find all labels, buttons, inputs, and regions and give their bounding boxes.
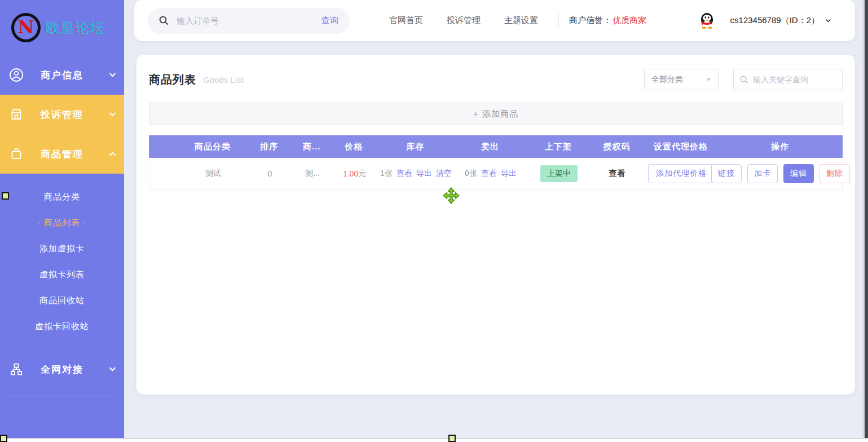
header-price: 价格	[330, 142, 378, 152]
nav-home-link[interactable]: 官网首页	[389, 15, 423, 26]
search-icon	[740, 76, 748, 84]
row-auth-code: 查看	[590, 169, 645, 179]
brand-logo-letter: N	[17, 18, 34, 36]
sidebar-item-merchant-info[interactable]: 商户信息	[0, 55, 124, 95]
delete-button[interactable]: 删除	[819, 164, 850, 183]
sidebar-item-goods-list[interactable]: - 商品列表 -	[0, 210, 124, 236]
selection-handle[interactable]	[448, 435, 456, 442]
goods-table: 商品分类 排序 商... 价格 库存 卖出 上下架 授权码 设置代理价格 操作 …	[149, 135, 843, 190]
sidebar-item-add-virtual-card[interactable]: 添加虚拟卡	[0, 236, 124, 262]
topbar-divider	[558, 14, 559, 28]
header-sort: 排序	[245, 142, 294, 152]
table-header-row: 商品分类 排序 商... 价格 库存 卖出 上下架 授权码 设置代理价格 操作	[149, 135, 843, 158]
plus-icon: +	[473, 109, 479, 118]
sold-export-link[interactable]: 导出	[501, 169, 517, 179]
header-sold: 卖出	[453, 142, 527, 152]
link-button[interactable]: 链接	[711, 164, 742, 183]
selection-handle[interactable]	[0, 435, 7, 442]
select-caret-icon: ▼	[706, 77, 711, 82]
row-agent-price: 添加代理价格	[645, 164, 718, 183]
chevron-up-icon	[109, 152, 116, 157]
sidebar-item-virtual-card-list[interactable]: 虚拟卡列表	[0, 262, 124, 288]
category-select-value: 全部分类	[651, 74, 683, 85]
sidebar-item-complaints[interactable]: 投诉管理	[0, 95, 124, 134]
account-name[interactable]: cs123456789（ID：2）	[730, 15, 819, 26]
sidebar-item-label: 投诉管理	[0, 108, 124, 121]
row-sold: 0张 查看 导出	[453, 169, 528, 179]
header-category: 商品分类	[180, 142, 245, 152]
table-row: 测试 0 测... 1.00 元 1张 查看 导出 清空 0张 查看 导出 上架…	[149, 158, 843, 190]
sidebar-item-label: 商户信息	[0, 69, 124, 82]
stock-export-link[interactable]: 导出	[416, 169, 432, 179]
header-agent-price: 设置代理价格	[644, 142, 717, 152]
panel-header: 商品列表 Goods List 全部分类 ▼	[136, 55, 855, 91]
sidebar-item-virtual-card-recycle[interactable]: 虚拟卡回收站	[0, 313, 124, 339]
row-price: 1.00 元	[331, 169, 378, 179]
header-shelf-status: 上下架	[527, 142, 589, 152]
sidebar-menu: 商户信息 投诉管理	[0, 55, 124, 396]
goods-panel: 商品列表 Goods List 全部分类 ▼ +添加商品 商品分类 排序 商..…	[136, 55, 855, 395]
panel-filters: 全部分类 ▼	[644, 69, 843, 90]
sidebar-item-goods-recycle[interactable]: 商品回收站	[0, 288, 124, 313]
row-sort: 0	[245, 169, 294, 178]
selection-handle[interactable]	[2, 192, 9, 200]
price-unit: 元	[358, 169, 366, 179]
brand-title: 欧皇论坛	[46, 19, 104, 37]
add-goods-label: 添加商品	[482, 109, 518, 118]
bottom-strip	[0, 438, 868, 442]
add-agent-price-button[interactable]: 添加代理价格	[648, 164, 715, 183]
nav-complaints-link[interactable]: 投诉管理	[447, 15, 481, 26]
add-card-button[interactable]: 加卡	[747, 164, 778, 183]
qq-penguin-icon	[699, 12, 715, 29]
sidebar-item-goods[interactable]: 商品管理	[0, 134, 124, 174]
sidebar-item-label: 商品管理	[0, 148, 124, 161]
stock-clear-link[interactable]: 清空	[436, 169, 452, 179]
reputation-label: 商户信誉：	[569, 15, 611, 26]
status-badge[interactable]: 上架中	[540, 165, 578, 182]
topbar-nav: 官网首页 投诉管理 主题设置	[389, 15, 538, 26]
sidebar-item-network-connect[interactable]: 全网对接	[0, 350, 124, 389]
nav-theme-link[interactable]: 主题设置	[504, 15, 538, 26]
reputation-badge: 优质商家	[613, 15, 646, 26]
chevron-down-icon	[109, 73, 116, 78]
sidebar-item-label: 全网对接	[0, 363, 124, 376]
scrollbar-edge[interactable]	[865, 0, 868, 442]
stock-view-link[interactable]: 查看	[396, 169, 412, 179]
sidebar: N 欧皇论坛 商户信息	[0, 0, 124, 438]
row-actions: 链接 加卡 编辑 删除	[718, 164, 843, 183]
order-search: 查询	[148, 8, 350, 34]
brand[interactable]: N 欧皇论坛	[0, 0, 124, 55]
sidebar-item-goods-category[interactable]: 商品分类	[0, 184, 124, 210]
keyword-search-input[interactable]	[753, 75, 836, 84]
page-title: 商品列表	[149, 72, 196, 87]
sold-count: 0张	[465, 169, 477, 179]
keyword-search	[733, 69, 843, 90]
header-auth-code: 授权码	[589, 142, 644, 152]
sidebar-divider	[8, 396, 116, 396]
topbar: 查询 官网首页 投诉管理 主题设置 商户信誉： 优质商家 cs123456789…	[134, 0, 855, 41]
add-goods-button[interactable]: +添加商品	[149, 103, 843, 125]
sidebar-submenu: 商品分类 - 商品列表 - 添加虚拟卡 虚拟卡列表 商品回收站 虚拟卡回收站	[0, 174, 124, 342]
row-category: 测试	[181, 169, 245, 179]
header-name: 商...	[294, 142, 330, 152]
sold-view-link[interactable]: 查看	[481, 169, 497, 179]
header-stock: 库存	[378, 142, 453, 152]
chevron-down-icon	[109, 112, 116, 117]
row-stock: 1张 查看 导出 清空	[378, 169, 453, 179]
row-name: 测...	[294, 169, 331, 179]
move-cursor-icon	[443, 187, 460, 206]
brand-logo-icon: N	[11, 13, 41, 42]
auth-code-view-link[interactable]: 查看	[609, 169, 626, 179]
row-shelf-status: 上架中	[528, 165, 590, 182]
search-icon	[159, 16, 169, 25]
page-subtitle: Goods List	[203, 75, 244, 85]
category-select[interactable]: 全部分类 ▼	[644, 69, 719, 90]
order-search-input[interactable]	[177, 16, 321, 25]
edit-button[interactable]: 编辑	[783, 164, 814, 183]
price-value: 1.00	[343, 169, 358, 178]
header-actions: 操作	[717, 142, 843, 152]
chevron-down-icon	[109, 367, 116, 372]
account-chevron-down-icon[interactable]	[825, 19, 831, 23]
stock-count: 1张	[380, 169, 393, 179]
order-search-button[interactable]: 查询	[321, 15, 338, 26]
